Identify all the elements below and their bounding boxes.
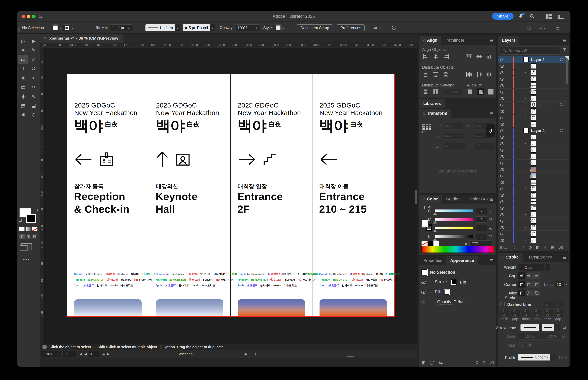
- delete-layer-icon[interactable]: ⌧: [558, 245, 563, 250]
- color-mode-fill[interactable]: [19, 227, 25, 231]
- expand-layer-icon[interactable]: ⌄: [516, 128, 520, 133]
- layer-row[interactable]: ⌄Layer 2: [498, 56, 569, 63]
- layer-visibility-icon[interactable]: [500, 232, 505, 237]
- align-center-v-icon[interactable]: [476, 53, 483, 60]
- expand-group-icon[interactable]: ›: [525, 70, 526, 75]
- opacity-label[interactable]: Opacity:: [220, 25, 234, 30]
- layer-target-icon[interactable]: [560, 129, 563, 132]
- layer-target-icon[interactable]: [529, 201, 533, 204]
- swap-arrowheads-icon[interactable]: ⇄: [563, 325, 566, 330]
- rotation-select[interactable]: 0°⌄: [63, 351, 76, 357]
- distribute-spacing-h-icon[interactable]: [432, 88, 439, 95]
- align-to-selection-icon[interactable]: [477, 88, 484, 95]
- expand-layer-icon[interactable]: ⌄: [516, 57, 520, 62]
- rectangle-tool[interactable]: ▭: [18, 55, 28, 64]
- layer-target-icon[interactable]: [529, 240, 533, 243]
- layer-target-icon[interactable]: [529, 194, 533, 198]
- layer-visibility-icon[interactable]: [500, 103, 505, 108]
- dashed-line-checkbox[interactable]: [501, 302, 505, 306]
- weight-dropdown-icon[interactable]: ⌄: [545, 264, 550, 271]
- layer-target-icon[interactable]: [529, 98, 533, 101]
- layer-thumbnail[interactable]: [523, 57, 529, 62]
- layer-visibility-icon[interactable]: [500, 187, 505, 191]
- rotate-tool[interactable]: ↺: [28, 64, 39, 73]
- search-icon[interactable]: [529, 14, 535, 20]
- layer-visibility-icon[interactable]: [500, 84, 505, 88]
- align-stroke-outside-icon[interactable]: [533, 289, 540, 296]
- control-bar-menu-icon[interactable]: ☰: [555, 24, 560, 31]
- fill-color-control[interactable]: ⌄ ⌄: [52, 24, 74, 31]
- tab-color[interactable]: ◇Color: [419, 195, 442, 204]
- layer-visibility-icon[interactable]: [500, 174, 505, 178]
- preferences-button[interactable]: Preferences: [337, 24, 365, 31]
- arrow-tip-beyond-icon[interactable]: →: [518, 342, 526, 348]
- expand-group-icon[interactable]: ›: [525, 90, 526, 94]
- expand-group-icon[interactable]: ›: [525, 231, 526, 236]
- panel-menu-icon[interactable]: ☰: [490, 38, 493, 43]
- layer-target-icon[interactable]: [529, 85, 533, 88]
- expand-group-icon[interactable]: ›: [525, 238, 526, 242]
- arrowhead-start-select[interactable]: ⌄: [521, 324, 545, 331]
- expand-group-icon[interactable]: ›: [525, 148, 526, 152]
- layer-name[interactable]: 대...: [539, 103, 546, 108]
- visibility-eye-icon[interactable]: [421, 290, 426, 294]
- vertical-ruler[interactable]: 6007008009001000110012001300140015001600…: [40, 48, 45, 344]
- layer-row[interactable]: ›: [498, 211, 569, 218]
- stroke-color-swatch[interactable]: [26, 214, 36, 223]
- stroke-row-label[interactable]: Stroke:: [435, 280, 448, 285]
- fill-row-label[interactable]: Fill:: [435, 290, 441, 294]
- layer-name[interactable]: Layer 2: [531, 57, 545, 62]
- align-left-icon[interactable]: [422, 53, 429, 60]
- artboard-tool[interactable]: ⬓: [28, 101, 39, 110]
- layer-target-icon[interactable]: [529, 91, 533, 94]
- artboard-banner-2[interactable]: 2025 GDGoCNew Year Hackathon 백야白夜 대강의실 K…: [149, 74, 231, 316]
- layer-visibility-icon[interactable]: [500, 122, 505, 127]
- layer-target-icon[interactable]: [529, 117, 533, 120]
- tab-appearance[interactable]: Appearance: [446, 256, 478, 265]
- selection-tool-options-icon[interactable]: ⮕⌄: [374, 24, 383, 31]
- shape-builder-tool[interactable]: ⬒: [18, 101, 28, 110]
- panel-menu-icon[interactable]: ☰: [563, 255, 566, 260]
- panel-menu-icon[interactable]: ☰: [563, 38, 566, 43]
- panel-layout-icon[interactable]: [558, 14, 564, 19]
- artboard-number-select[interactable]: 4⌄: [89, 351, 101, 357]
- align-to-artboard-icon[interactable]: [467, 88, 474, 95]
- arrowhead-end-select[interactable]: ⌄: [542, 324, 561, 331]
- layer-row[interactable]: [498, 134, 569, 140]
- layer-row[interactable]: ›: [498, 147, 569, 153]
- filter-icon[interactable]: [562, 47, 567, 53]
- artboard-banner-4[interactable]: 2025 GDGoCNew Year Hackathon 백야白夜 대회장 이동…: [312, 74, 394, 316]
- butt-cap-icon[interactable]: [518, 272, 526, 279]
- layer-target-icon[interactable]: [529, 188, 533, 191]
- tab-properties[interactable]: Properties: [419, 256, 446, 265]
- layer-target-icon[interactable]: [529, 207, 533, 210]
- zoom-level-select[interactable]: 7.36%⌄: [41, 351, 62, 357]
- tab-align[interactable]: ◇Align: [419, 36, 441, 45]
- selection-tool[interactable]: ▷: [18, 37, 28, 46]
- distribute-center-v-icon[interactable]: [432, 71, 439, 78]
- expand-group-icon[interactable]: ›: [525, 193, 526, 197]
- grid-snap-icon[interactable]: ⊞: [527, 24, 531, 31]
- export-icon[interactable]: ↗: [521, 245, 525, 250]
- variable-width-select[interactable]: Uniform⌄: [145, 24, 180, 31]
- previous-artboard-icon[interactable]: ◀: [84, 352, 87, 356]
- layer-visibility-icon[interactable]: [500, 206, 505, 211]
- layer-visibility-icon[interactable]: [500, 77, 505, 82]
- layer-row[interactable]: ›백야: [498, 114, 569, 121]
- type-tool[interactable]: T: [18, 64, 28, 73]
- layer-target-icon[interactable]: [529, 65, 533, 69]
- layer-visibility-icon[interactable]: [500, 116, 505, 120]
- paintbrush-tool[interactable]: ✐: [28, 55, 39, 64]
- share-button[interactable]: Share: [492, 13, 514, 20]
- color-mode-gradient[interactable]: [25, 227, 31, 231]
- layer-target-icon[interactable]: [529, 162, 533, 165]
- align-bottom-icon[interactable]: [486, 53, 493, 60]
- brush-select[interactable]: 5 pt. Round⌄: [183, 24, 215, 31]
- scrollbar-thumb[interactable]: [415, 190, 417, 204]
- expand-group-icon[interactable]: ›: [525, 225, 526, 229]
- expand-group-icon[interactable]: ›: [525, 115, 526, 120]
- direct-selection-tool[interactable]: ▶: [28, 37, 39, 46]
- expand-group-icon[interactable]: ›: [525, 141, 526, 145]
- layer-row[interactable]: [498, 63, 569, 69]
- next-artboard-icon[interactable]: ▶: [102, 352, 105, 356]
